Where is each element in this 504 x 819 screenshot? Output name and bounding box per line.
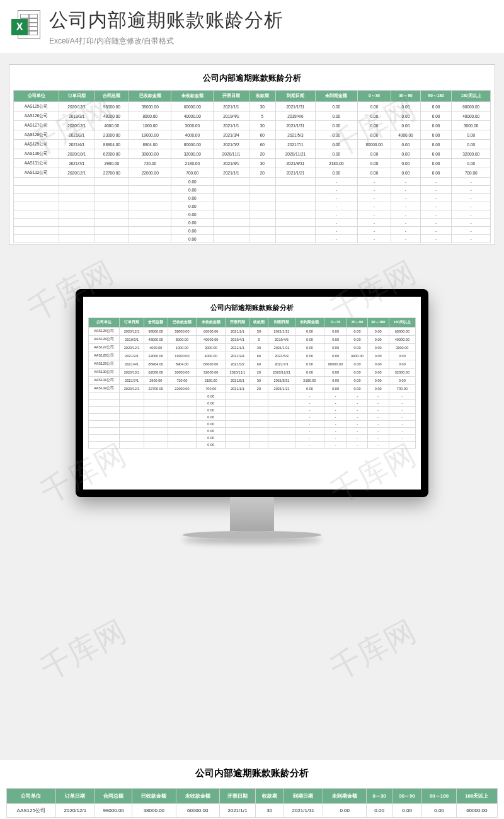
table-cell: 40000.00	[452, 112, 491, 121]
table-cell	[214, 194, 249, 202]
table-cell: -	[324, 407, 347, 414]
table-cell: 30	[249, 377, 268, 385]
table-cell: 2020/12/1	[120, 385, 144, 393]
table-cell: -	[315, 227, 357, 235]
table-cell	[94, 202, 129, 210]
table-cell: 0.00	[391, 168, 421, 178]
table-cell: 0.00	[295, 385, 324, 393]
table-row: AAS126公司2019/3/148000.008000.0040000.002…	[14, 112, 491, 121]
table-cell: 0.00	[171, 194, 214, 202]
table-cell: 0.00	[391, 112, 421, 121]
table-cell: AAS130公司	[89, 369, 120, 377]
table-cell	[129, 186, 171, 194]
table-cell: 2021/1/1	[214, 168, 249, 178]
table-cell: 2180.00	[295, 377, 324, 385]
table-cell	[129, 227, 171, 235]
table-cell	[214, 210, 249, 219]
column-header: 未到期金额	[323, 789, 367, 804]
table-cell: -	[315, 202, 357, 210]
table-cell	[120, 414, 144, 421]
table-cell: AAS128公司	[89, 352, 120, 360]
table-cell: 2900.00	[94, 159, 129, 168]
table-cell: 2021/1/21	[268, 385, 295, 393]
table-cell	[144, 407, 168, 414]
column-header: 公司单位	[14, 91, 59, 102]
table-cell: AAS129公司	[89, 360, 120, 369]
table-cell: -	[420, 227, 452, 235]
table-cell: -	[315, 186, 357, 194]
table-cell: 0.00	[452, 130, 491, 140]
column-header: 180天以上	[452, 91, 491, 102]
table-cell: -	[391, 178, 421, 186]
table-cell: -	[420, 202, 452, 210]
table-cell: -	[389, 414, 415, 421]
table-row-empty: 0.00 -----	[89, 400, 416, 407]
page-header: X 公司内部逾期账款账龄分析 Excel/A4打印/内容随意修改/自带格式	[0, 0, 504, 53]
table-cell: 2021/1/31	[284, 804, 323, 818]
column-header: 未收款金额	[176, 789, 219, 804]
table-cell	[268, 414, 295, 421]
table-cell: 20	[249, 369, 268, 377]
table-row-empty: 0.00 -----	[14, 178, 491, 186]
table-cell: 98000.00	[94, 102, 129, 112]
table-cell: 0.00	[391, 159, 421, 168]
table-cell: -	[367, 414, 389, 421]
column-header: 未到期金额	[315, 91, 357, 102]
column-header: 订单日期	[55, 789, 95, 804]
table-cell	[168, 435, 197, 442]
table-cell	[268, 407, 295, 414]
column-header: 到期日期	[284, 789, 323, 804]
table-cell: 0.00	[391, 102, 421, 112]
table-cell	[59, 186, 94, 194]
table-cell: -	[367, 442, 389, 449]
table-cell: 0.00	[420, 168, 452, 178]
table-cell: 0.00	[323, 804, 367, 818]
table-cell: 2019/3/1	[120, 336, 144, 344]
table-cell: -	[357, 210, 391, 219]
table-cell: -	[391, 202, 421, 210]
table-cell: 720.00	[129, 159, 171, 168]
table-cell	[249, 202, 275, 210]
table-cell	[120, 428, 144, 435]
table-cell: 2021/1/31	[276, 102, 316, 112]
table-cell: 62000.00	[144, 369, 168, 377]
column-header: 未到期金额	[295, 318, 324, 328]
table-cell: AAS132公司	[89, 385, 120, 393]
table-row: AAS131公司2021/7/12900.00720.002180.002021…	[14, 159, 491, 168]
table-cell: 60000.00	[452, 102, 491, 112]
table-cell: -	[347, 428, 367, 435]
table-cell: 2020/11/1	[226, 369, 250, 377]
table-cell: 2021/1/1	[219, 804, 255, 818]
table-row-empty: 0.00 -----	[14, 227, 491, 235]
table-cell	[226, 400, 250, 407]
table-cell: AAS132公司	[14, 168, 59, 178]
table-cell: 0.00	[324, 377, 347, 385]
table-cell	[249, 186, 275, 194]
table-cell	[129, 219, 171, 227]
table-cell: 0.00	[357, 121, 391, 130]
table-cell	[120, 400, 144, 407]
table-cell	[129, 202, 171, 210]
table-cell: -	[347, 421, 367, 428]
column-header: 已收款金额	[132, 789, 176, 804]
table-row: AAS129公司2021/4/188904.008904.0080000.002…	[14, 140, 491, 149]
table-cell: 0.00	[315, 121, 357, 130]
table-cell: 0.00	[324, 336, 347, 344]
table-cell: -	[367, 400, 389, 407]
column-header: 合同总额	[144, 318, 168, 328]
column-header: 90～180	[367, 318, 389, 328]
table-cell: -	[347, 435, 367, 442]
table-row: AAS129公司2021/4/188904.008904.0080000.002…	[89, 360, 416, 369]
table-cell: -	[315, 194, 357, 202]
table-cell: 0.00	[347, 328, 367, 336]
table-cell: 60	[249, 352, 268, 360]
table-cell: 0.00	[315, 102, 357, 112]
table-cell	[59, 178, 94, 186]
table-cell: 2020/11/21	[268, 369, 295, 377]
table-cell: 98000.00	[144, 328, 168, 336]
table-cell: 80000.00	[197, 360, 226, 369]
table-cell: -	[315, 235, 357, 243]
table-cell: 3000.00	[389, 344, 415, 352]
table-cell: 22000.00	[129, 168, 171, 178]
bottom-strip-preview: 公司内部逾期账款账龄分析 公司单位订单日期合同总额已收款金额未收款金额开票日期收…	[0, 760, 504, 819]
